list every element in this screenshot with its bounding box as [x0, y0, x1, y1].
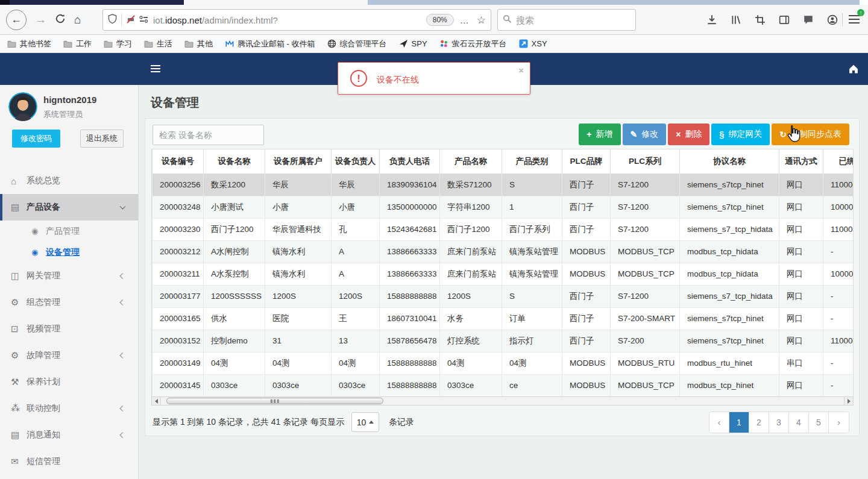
bookmark-item[interactable]: 其他 — [184, 39, 213, 49]
table-row[interactable]: 200003152控制demo311315878656478灯控系统指示灯西门子… — [153, 330, 854, 352]
back-button[interactable]: ← — [6, 10, 27, 30]
page-number-button[interactable]: 4 — [789, 412, 809, 433]
page-number-button[interactable]: 2 — [749, 412, 769, 433]
page-size-select[interactable]: 10 — [351, 412, 379, 432]
column-header[interactable]: 通讯方式 — [779, 149, 823, 174]
permissions-icon[interactable] — [139, 15, 148, 25]
tabstrip-active-tab[interactable] — [10, 0, 184, 5]
sidebar-item-label: 消息通知 — [27, 430, 60, 440]
column-header[interactable]: 负责人电话 — [380, 149, 440, 174]
column-header[interactable]: 设备所属客户 — [265, 149, 332, 174]
column-header[interactable]: 协议名称 — [680, 149, 779, 174]
blocked-permission-icon[interactable] — [126, 14, 136, 26]
home-button[interactable]: ⌂ — [74, 13, 81, 27]
action-button[interactable]: ×删除 — [668, 124, 709, 145]
sidebar-subitem[interactable]: ◉设备管理 — [0, 242, 138, 263]
downloads-icon[interactable] — [706, 14, 717, 25]
action-button[interactable]: +新增 — [579, 124, 620, 145]
alert-close-icon[interactable]: × — [518, 65, 524, 75]
avatar[interactable] — [8, 92, 37, 121]
table-row[interactable]: 2000031450303ce0303ce0303ce1588888888803… — [153, 374, 854, 396]
sidebar-item[interactable]: ⚙故障管理 — [0, 342, 138, 369]
sidebar-item[interactable]: ▤消息通知 — [0, 422, 138, 448]
table-row[interactable]: 20000314904测04测04测1588888888804测04测MODBU… — [153, 352, 854, 374]
page-number-button[interactable]: 1 — [729, 412, 749, 433]
column-header[interactable]: 产品名称 — [440, 149, 502, 174]
page-number-button[interactable]: 3 — [769, 412, 789, 433]
column-header[interactable]: 设备负责人 — [332, 149, 380, 174]
action-button[interactable]: §绑定网关 — [711, 124, 770, 145]
column-header[interactable]: 设备名称 — [204, 149, 265, 174]
table-row[interactable]: 200003165供水医院王18607310041水务订单西门子S7-200-S… — [153, 307, 854, 330]
bookmark-item[interactable]: 学习 — [104, 39, 132, 49]
reload-icon[interactable] — [55, 13, 66, 26]
table-row[interactable]: 2000031771200SSSSSS1200S1200S15888888888… — [153, 285, 854, 307]
action-button[interactable]: ↻强制同步点表 — [772, 124, 849, 145]
sidebar-item[interactable]: ⌂系统总览 — [0, 167, 138, 194]
screenshot-icon[interactable] — [755, 14, 766, 25]
scrollbar-thumb[interactable]: ▮▮▮ — [166, 398, 383, 404]
table-cell: 0303ce — [265, 374, 332, 396]
device-search-input[interactable] — [153, 125, 264, 145]
sidebar-subitem[interactable]: ◉产品管理 — [0, 221, 138, 242]
column-header[interactable]: PLC系列 — [611, 149, 680, 174]
bookmark-item[interactable]: 其他书签 — [7, 39, 51, 49]
scroll-right-button[interactable] — [844, 397, 853, 405]
bookmark-label: 萤石云开放平台 — [452, 39, 507, 49]
zoom-level-badge[interactable]: 80% — [426, 14, 454, 26]
scroll-left-button[interactable] — [152, 397, 161, 405]
column-header[interactable]: 设备编号 — [153, 149, 204, 174]
page-prev-button[interactable]: ‹ — [709, 412, 729, 433]
browser-search-input[interactable] — [516, 15, 636, 25]
sidebar-item[interactable]: ⊡视频管理 — [0, 316, 138, 342]
bookmark-star-icon[interactable]: ☆ — [477, 14, 486, 27]
change-password-button[interactable]: 修改密码 — [12, 130, 60, 148]
bookmark-item[interactable]: 萤石云开放平台 — [439, 39, 507, 49]
bookmark-item[interactable]: 腾讯企业邮箱 - 收件箱 — [225, 39, 315, 49]
sidebar-item[interactable]: ⁂联动控制 — [0, 395, 138, 422]
table-row[interactable]: 200003248小唐测试小唐小唐13500000000字符串12001西门子S… — [153, 196, 854, 218]
sidebar-collapse-icon[interactable] — [151, 63, 162, 74]
sidebar-item[interactable]: ◫网关管理 — [0, 263, 138, 289]
logout-button[interactable]: 退出系统 — [80, 130, 124, 148]
browser-search-box[interactable] — [497, 9, 636, 31]
page-actions-icon[interactable]: … — [460, 15, 470, 25]
messages-icon[interactable] — [803, 14, 814, 25]
action-button[interactable]: ✎修改 — [623, 124, 667, 145]
bookmark-item[interactable]: 综合管理平台 — [327, 39, 387, 49]
app-home-icon[interactable] — [848, 63, 860, 77]
bookmark-item[interactable]: 工作 — [63, 39, 92, 49]
sidebar-item[interactable]: ⚒保养计划 — [0, 369, 138, 395]
page-next-button[interactable]: › — [829, 412, 849, 433]
table-cell: S7-1200 — [611, 285, 680, 307]
page-number-button[interactable]: 5 — [809, 412, 829, 433]
cross-icon: × — [676, 130, 681, 139]
table-cell: 13 — [332, 330, 380, 352]
menu-icon[interactable]: ↑ — [848, 12, 862, 27]
shield-icon[interactable] — [108, 14, 117, 26]
sidebar-item[interactable]: ✉短信管理 — [0, 448, 138, 475]
library-icon[interactable] — [731, 14, 741, 25]
table-cell: 网口 — [779, 263, 823, 285]
column-header[interactable]: 已绑定网关 — [823, 149, 854, 174]
bookmark-label: 工作 — [76, 39, 92, 49]
sidebar-item[interactable]: ▤产品设备 — [0, 194, 138, 221]
table-row[interactable]: 200003211A水泵控制镇海水利A13886663333庶来门前泵站镇海泵站… — [153, 263, 854, 285]
column-header[interactable]: PLC品牌 — [562, 149, 611, 174]
table-row[interactable]: 200003256数采1200华辰华辰18390936104数采S71200S西… — [153, 174, 854, 196]
url-text[interactable]: iot.idosp.net/admin/index.html? — [153, 15, 426, 25]
table-row[interactable]: 200003212A水闸控制镇海水利A13886663333庶来门前泵站镇海泵站… — [153, 240, 854, 263]
url-bar[interactable]: iot.idosp.net/admin/index.html? 80% … ☆ — [102, 9, 491, 31]
chevron-left-icon — [120, 405, 126, 412]
bookmark-item[interactable]: 生活 — [144, 39, 172, 49]
table-row[interactable]: 200003230西门子1200华辰智通科技孔15243642681西门子120… — [153, 218, 854, 240]
forward-button[interactable]: → — [35, 13, 46, 27]
column-header[interactable]: 产品类别 — [502, 149, 562, 174]
sidebar-item[interactable]: ⚙组态管理 — [0, 289, 138, 316]
bookmark-item[interactable]: XSY — [519, 39, 547, 48]
table-cell: 西门子 — [562, 218, 611, 240]
sidebar-toggle-icon[interactable] — [779, 14, 790, 25]
horizontal-scrollbar[interactable]: ▮▮▮ — [151, 396, 854, 405]
account-icon[interactable] — [827, 14, 838, 25]
bookmark-item[interactable]: SPY — [399, 39, 427, 48]
